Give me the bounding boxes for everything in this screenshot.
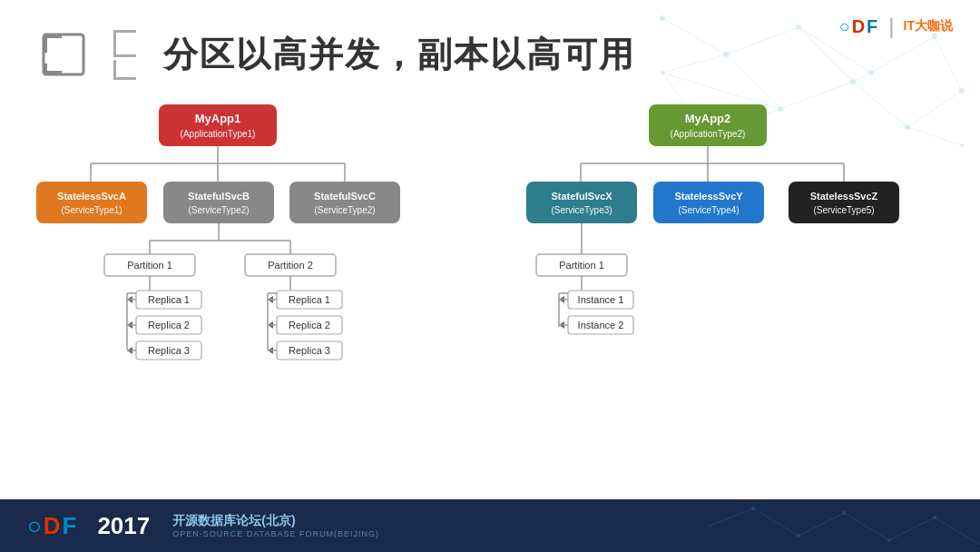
footer-bg-network	[708, 499, 980, 552]
svg-text:StatelessSvcA: StatelessSvcA	[57, 191, 126, 202]
svg-rect-32	[44, 64, 47, 74]
svg-text:(ServiceType2): (ServiceType2)	[188, 205, 249, 215]
header: 分区以高并发，副本以高可用	[0, 0, 980, 109]
svg-text:StatefulSvcC: StatefulSvcC	[314, 191, 376, 202]
svg-text:Replica 1: Replica 1	[289, 294, 330, 305]
right-diagram: MyApp2 (ApplicationType2) StatefulSvcX (…	[499, 95, 980, 486]
svg-text:MyApp2: MyApp2	[685, 112, 731, 125]
svg-text:Replica 3: Replica 3	[148, 345, 190, 356]
it-logo: IT大咖说	[904, 18, 953, 34]
svg-text:Partition 2: Partition 2	[268, 260, 313, 271]
svg-rect-52	[289, 182, 400, 223]
svg-text:(ServiceType2): (ServiceType2)	[314, 205, 375, 215]
svg-line-126	[799, 513, 844, 536]
svg-point-134	[933, 516, 936, 519]
footer-sub-text: OPEN-SOURCE DATABASE FORUM(BEIJING)	[172, 529, 379, 538]
svg-text:(ServiceType4): (ServiceType4)	[678, 205, 739, 215]
svg-text:Replica 3: Replica 3	[289, 345, 330, 356]
svg-text:Replica 2: Replica 2	[148, 320, 190, 330]
top-logos: ○DF | IT大咖说	[839, 14, 953, 39]
svg-line-127	[844, 513, 889, 540]
svg-line-128	[889, 518, 935, 540]
svg-rect-93	[649, 104, 767, 146]
svg-rect-37	[113, 77, 136, 80]
divider-line: |	[888, 14, 894, 39]
svg-text:(ServiceType3): (ServiceType3)	[551, 205, 612, 215]
logo-icon	[109, 25, 163, 84]
svg-rect-104	[653, 182, 764, 223]
svg-rect-30	[44, 34, 47, 53]
svg-line-129	[935, 518, 980, 545]
footer: ○DF 2017 开源数据库论坛(北京) OPEN-SOURCE DATABAS…	[0, 499, 980, 552]
svg-point-132	[842, 511, 846, 515]
svg-rect-38	[159, 104, 277, 146]
svg-rect-36	[113, 60, 116, 80]
svg-text:StatefulSvcB: StatefulSvcB	[188, 191, 250, 202]
svg-text:MyApp1: MyApp1	[195, 112, 241, 125]
svg-text:StatefulSvcX: StatefulSvcX	[551, 191, 612, 202]
left-diagram: MyApp1 (ApplicationType1) StatelessSvcA …	[9, 95, 490, 486]
svg-text:Instance 1: Instance 1	[578, 294, 624, 305]
bracket-logo	[36, 27, 91, 82]
svg-text:(ServiceType1): (ServiceType1)	[61, 205, 122, 215]
svg-line-125	[753, 508, 799, 536]
svg-text:Instance 2: Instance 2	[578, 320, 624, 330]
svg-text:StatelessSvcZ: StatelessSvcZ	[810, 191, 878, 202]
footer-text-block: 开源数据库论坛(北京) OPEN-SOURCE DATABASE FORUM(B…	[172, 513, 379, 538]
svg-text:Partition 1: Partition 1	[559, 260, 604, 271]
svg-text:Replica 1: Replica 1	[148, 294, 190, 305]
svg-text:(ApplicationType2): (ApplicationType2)	[671, 129, 746, 139]
svg-text:Partition 1: Partition 1	[127, 260, 172, 271]
svg-point-130	[751, 507, 755, 510]
diagram-area: MyApp1 (ApplicationType1) StatelessSvcA …	[0, 95, 980, 498]
svg-text:(ApplicationType1): (ApplicationType1)	[181, 129, 256, 139]
svg-rect-33	[113, 30, 116, 57]
svg-rect-34	[113, 30, 136, 33]
svg-text:StatelessSvcY: StatelessSvcY	[674, 191, 743, 202]
svg-rect-49	[163, 182, 274, 223]
svg-text:(ServiceType5): (ServiceType5)	[813, 205, 874, 215]
svg-text:Replica 2: Replica 2	[289, 320, 330, 330]
svg-point-133	[887, 538, 891, 542]
page-title: 分区以高并发，副本以高可用	[163, 32, 635, 78]
footer-odf-label: ○DF	[27, 512, 78, 540]
svg-rect-101	[526, 182, 637, 223]
svg-rect-28	[44, 34, 83, 74]
svg-rect-35	[113, 54, 136, 57]
footer-year: 2017	[97, 512, 150, 540]
svg-rect-46	[36, 182, 147, 223]
svg-point-131	[797, 534, 800, 537]
svg-line-124	[708, 508, 753, 527]
svg-rect-107	[789, 182, 899, 223]
footer-main-text: 开源数据库论坛(北京)	[172, 513, 379, 529]
odf-logo: ○DF	[839, 16, 880, 37]
